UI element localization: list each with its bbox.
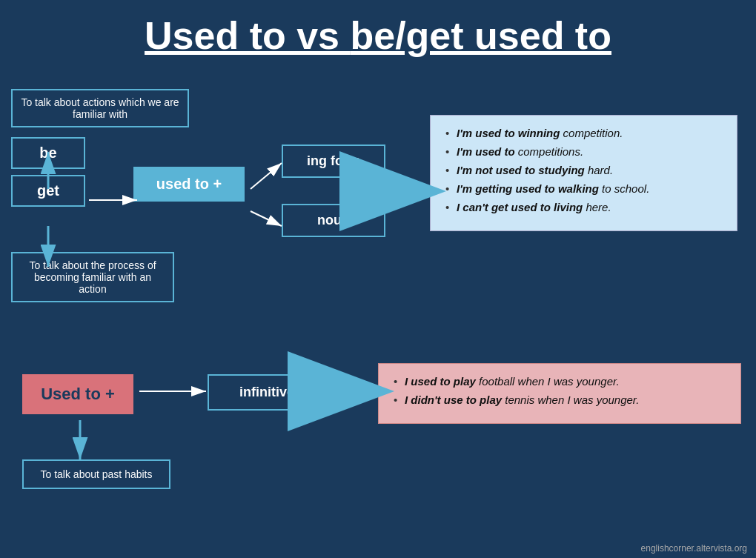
used-to-plus-label: Used to +	[41, 385, 115, 403]
ing-form-box: ing form	[282, 145, 385, 178]
footer-label: englishcorner.altervista.org	[641, 543, 747, 554]
desc-past-text: To talk about past habits	[41, 468, 153, 480]
svg-line-7	[251, 163, 282, 189]
examples-top-list: I'm used to winning competition. I'm use…	[445, 127, 722, 213]
examples-bottom-box: I used to play football when I was young…	[378, 363, 741, 424]
title-text: Used to vs be/get used to	[145, 14, 611, 57]
noun-label: noun	[317, 213, 350, 227]
be-label: be	[39, 145, 56, 161]
ing-form-label: ing form	[307, 153, 360, 168]
desc-bottom-box: To talk about the process of becoming fa…	[11, 252, 174, 302]
example-bottom-1: I used to play football when I was young…	[394, 375, 726, 388]
desc-past-box: To talk about past habits	[22, 459, 170, 489]
example-top-3: I'm not used to studying hard.	[445, 164, 722, 176]
title-part2: be/get used to	[350, 14, 611, 57]
used-to-box: used to +	[133, 167, 245, 202]
svg-line-8	[251, 211, 282, 226]
infinitive-box: infinitive	[208, 374, 326, 411]
example-top-5: I can't get used to living here.	[445, 201, 722, 213]
example-top-2: I'm used to competitions.	[445, 145, 722, 158]
desc-top-box: To talk about actions which we are famil…	[11, 89, 189, 127]
get-box: get	[11, 175, 85, 207]
example-top-4: I'm getting used to walking to school.	[445, 182, 722, 195]
used-to-plus-box: Used to +	[22, 374, 133, 414]
example-top-1: I'm used to winning competition.	[445, 127, 722, 139]
be-get-container: be get	[11, 137, 85, 207]
title-part1: Used to vs	[145, 14, 350, 57]
desc-bottom-text: To talk about the process of becoming fa…	[29, 259, 156, 295]
be-box: be	[11, 137, 85, 169]
title-area: Used to vs be/get used to	[0, 0, 756, 65]
infinitive-label: infinitive	[239, 385, 294, 399]
footer-text: englishcorner.altervista.org	[641, 543, 747, 554]
used-to-label: used to +	[156, 176, 222, 192]
noun-box: noun	[282, 204, 385, 237]
examples-bottom-list: I used to play football when I was young…	[394, 375, 726, 406]
get-label: get	[37, 182, 59, 199]
example-bottom-2: I didn't use to play tennis when I was y…	[394, 393, 726, 406]
desc-top-text: To talk about actions which we are famil…	[21, 96, 179, 120]
examples-top-box: I'm used to winning competition. I'm use…	[430, 115, 737, 231]
